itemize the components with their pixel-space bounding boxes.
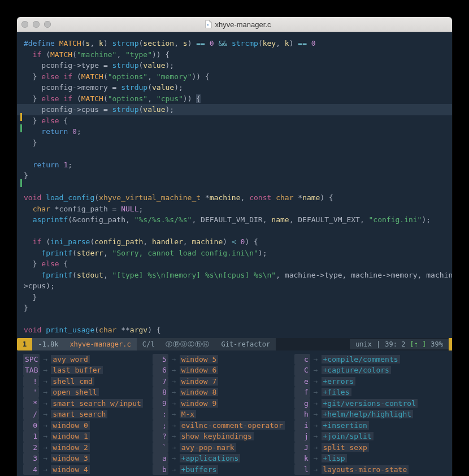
which-key-desc[interactable]: window 6	[180, 366, 219, 374]
which-key-key[interactable]: c	[294, 354, 310, 365]
which-key-desc[interactable]: +helm/help/highlight	[322, 410, 414, 418]
which-key-desc[interactable]: +capture/colors	[322, 366, 391, 374]
arrow-icon: →	[314, 377, 318, 386]
which-key-desc[interactable]: +applications	[180, 454, 241, 462]
modeline-end-cap	[449, 338, 452, 350]
which-key-desc[interactable]: open shell	[51, 388, 98, 396]
modeline-right: unix| 39: 2 [⇡ ] 39%	[350, 339, 449, 349]
which-key-desc[interactable]: layouts-micro-state	[322, 465, 409, 474]
which-key-desc[interactable]: window 2	[51, 443, 90, 452]
which-key-desc[interactable]: smart search w/input	[51, 399, 143, 408]
which-key-key[interactable]: 5	[153, 354, 168, 365]
arrow-icon: →	[172, 399, 176, 408]
which-key-key[interactable]: :	[153, 409, 168, 420]
which-key-key[interactable]: j	[294, 431, 310, 442]
which-key-key[interactable]: g	[294, 398, 310, 409]
which-key-key[interactable]: e	[294, 376, 310, 387]
which-key-key[interactable]: 9	[153, 398, 168, 409]
which-key-key[interactable]: 2	[23, 442, 39, 453]
which-key-desc[interactable]: window 1	[51, 432, 90, 440]
arrow-icon: →	[43, 432, 47, 440]
which-key-key[interactable]: ?	[153, 431, 168, 442]
arrow-icon: →	[43, 377, 47, 386]
which-key-desc[interactable]: smart search	[51, 410, 107, 418]
arrow-icon: →	[43, 443, 47, 452]
arrow-icon: →	[314, 421, 318, 430]
which-key-desc[interactable]: +insertion	[322, 421, 369, 430]
modeline-minor-modes: ⓨⓟⓐⒺⓗⓀ	[160, 338, 215, 350]
which-key-key[interactable]: 8	[153, 387, 168, 398]
which-key-desc[interactable]: show keybindings	[180, 432, 254, 440]
which-key-key[interactable]: 6	[153, 365, 168, 376]
arrow-icon: →	[172, 454, 176, 462]
which-key-row: 0→window 0;→evilnc-comment-operatori→+in…	[21, 420, 418, 431]
which-key-key[interactable]: b	[153, 464, 168, 475]
which-key-desc[interactable]: +buffers	[180, 465, 219, 474]
which-key-desc[interactable]: +git/versions-control	[322, 399, 418, 408]
which-key-key[interactable]: !	[23, 376, 39, 387]
which-key-key[interactable]: 3	[23, 453, 39, 464]
which-key-desc[interactable]: window 0	[51, 421, 90, 430]
which-key-desc[interactable]: window 5	[180, 355, 219, 364]
which-key-key[interactable]: l	[294, 464, 310, 475]
modeline-git-status-icon: [⇡ ]	[410, 339, 426, 349]
which-key-desc[interactable]: evilnc-comment-operator	[180, 421, 285, 430]
which-key-row: *→smart search w/input9→window 9g→+git/v…	[21, 398, 418, 409]
which-key-key[interactable]: J	[294, 442, 310, 453]
arrow-icon: →	[314, 465, 318, 474]
which-key-table: SPC→avy word5→window 5c→+compile/comment…	[21, 354, 418, 475]
which-key-desc[interactable]: +lisp	[322, 454, 347, 462]
which-key-key[interactable]: TAB	[23, 365, 40, 376]
which-key-key[interactable]: `	[153, 442, 168, 453]
which-key-key[interactable]: 4	[23, 464, 39, 475]
which-key-key[interactable]: 7	[153, 376, 168, 387]
arrow-icon: →	[172, 410, 176, 418]
which-key-desc[interactable]: +join/split	[322, 432, 374, 440]
modeline-encoding: unix	[355, 339, 372, 349]
which-key-desc[interactable]: M-x	[180, 410, 196, 418]
modeline-vc-branch: Git-refactor	[215, 338, 276, 350]
which-key-key[interactable]: 1	[23, 431, 39, 442]
arrow-icon: →	[172, 377, 176, 386]
which-key-desc[interactable]: window 8	[180, 388, 219, 396]
which-key-desc[interactable]: split sexp	[322, 443, 369, 452]
which-key-row: SPC→avy word5→window 5c→+compile/comment…	[21, 354, 418, 365]
arrow-icon: →	[172, 465, 176, 474]
which-key-desc[interactable]: +files	[322, 388, 351, 396]
which-key-desc[interactable]: avy-pop-mark	[180, 443, 236, 452]
titlebar[interactable]: c xhyve-manager.c	[17, 17, 452, 32]
which-key-key[interactable]: SPC	[23, 354, 40, 365]
arrow-icon: →	[43, 366, 47, 374]
arrow-icon: →	[43, 399, 47, 408]
which-key-key[interactable]: h	[294, 409, 310, 420]
arrow-icon: →	[172, 421, 176, 430]
arrow-icon: →	[172, 366, 176, 374]
arrow-icon: →	[314, 432, 318, 440]
arrow-icon: →	[314, 399, 318, 408]
which-key-key[interactable]: k	[294, 453, 310, 464]
which-key-desc[interactable]: +errors	[322, 377, 356, 386]
code-area[interactable]: #define MATCH(s, k) strcmp(section, s) =…	[17, 32, 452, 338]
which-key-key[interactable]: 0	[23, 420, 39, 431]
arrow-icon: →	[43, 421, 47, 430]
which-key-key[interactable]: /	[23, 409, 39, 420]
which-key-desc[interactable]: +compile/comments	[322, 355, 400, 364]
which-key-key[interactable]: f	[294, 387, 310, 398]
which-key-key[interactable]: ;	[153, 420, 168, 431]
which-key-desc[interactable]: window 7	[180, 377, 219, 386]
which-key-key[interactable]: a	[153, 453, 168, 464]
which-key-key[interactable]: C	[294, 365, 310, 376]
which-key-desc[interactable]: window 3	[51, 454, 90, 462]
modeline-filesize: - 1.8k	[32, 338, 64, 350]
which-key-key[interactable]: i	[294, 420, 310, 431]
modeline-filename: xhyve-manager.c	[64, 338, 136, 350]
which-key-desc[interactable]: shell cmd	[51, 377, 94, 386]
which-key-desc[interactable]: window 9	[180, 399, 219, 408]
close-icon[interactable]	[21, 21, 28, 28]
which-key-key[interactable]: *	[23, 398, 39, 409]
which-key-desc[interactable]: last buffer	[51, 366, 103, 374]
which-key-desc[interactable]: avy word	[51, 355, 90, 364]
arrow-icon: →	[314, 443, 318, 452]
which-key-key[interactable]: '	[23, 387, 39, 398]
which-key-desc[interactable]: window 4	[51, 465, 90, 474]
